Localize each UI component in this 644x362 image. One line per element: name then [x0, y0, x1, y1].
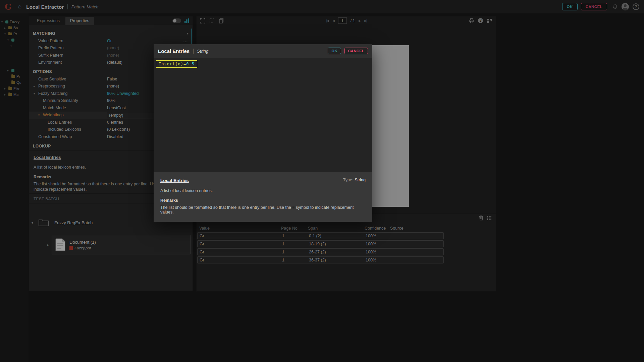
- dialog-title-separator: |: [193, 48, 194, 54]
- dialog-help-panel: Local Entries Type:String A list of loca…: [154, 172, 372, 222]
- entry-text: Insert(o)=: [159, 62, 186, 66]
- dialog-remarks-text: The list should be formatted so that the…: [160, 205, 366, 215]
- dialog-title: Local Entries: [158, 48, 190, 54]
- entry-line-selected[interactable]: Insert(o)=0.5: [156, 60, 197, 68]
- dialog-header: Local Entries | String OK CANCEL: [154, 44, 372, 58]
- dialog-remarks-label: Remarks: [160, 198, 366, 203]
- dialog-help-title: Local Entries: [160, 178, 189, 183]
- entry-value: 0.5: [186, 62, 195, 66]
- type-value: String: [355, 178, 366, 182]
- type-badge: Type:String: [343, 178, 366, 182]
- type-label: Type:: [343, 178, 354, 182]
- dialog-cancel-button[interactable]: CANCEL: [344, 48, 368, 54]
- dialog-help-description: A list of local lexicon entries.: [160, 188, 366, 193]
- dialog-subtitle: String: [197, 49, 208, 54]
- entries-text-editor[interactable]: Insert(o)=0.5: [154, 58, 372, 172]
- local-entries-dialog: Local Entries | String OK CANCEL Insert(…: [154, 44, 372, 222]
- dialog-ok-button[interactable]: OK: [328, 48, 341, 54]
- app-window: G ⌂ Local Extractor | Pattern Match OK C…: [0, 0, 644, 362]
